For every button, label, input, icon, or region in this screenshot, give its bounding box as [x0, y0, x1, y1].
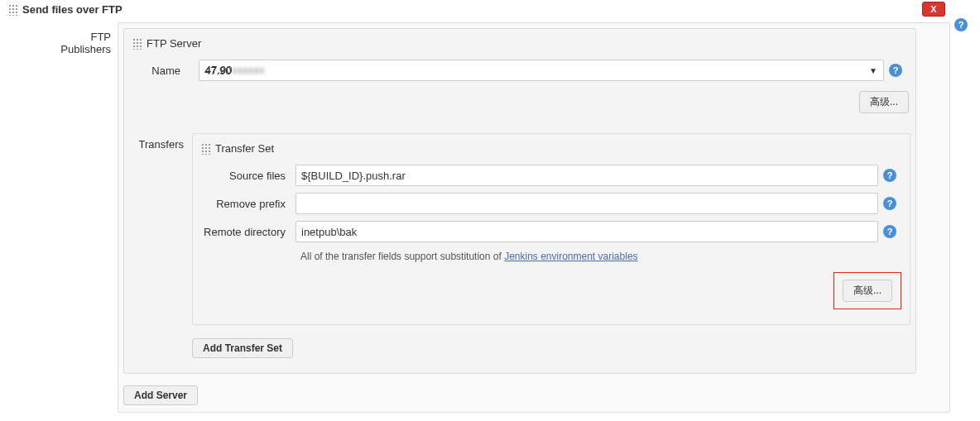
- advanced-highlight: 高级...: [833, 272, 901, 309]
- jenkins-env-vars-link[interactable]: Jenkins environment variables: [504, 251, 637, 262]
- ftp-publishers-panel: FTP Server Name 47.90 ▼ 47.90xxxxxx: [118, 22, 950, 413]
- add-server-button[interactable]: Add Server: [123, 385, 198, 405]
- transfer-set-box: Transfer Set Source files ? Remove pr: [192, 133, 910, 325]
- help-icon[interactable]: ?: [889, 64, 902, 77]
- source-files-input[interactable]: [295, 165, 878, 186]
- section-title: Send files over FTP: [22, 3, 122, 16]
- ftp-server-name-select[interactable]: 47.90: [199, 60, 884, 81]
- help-icon[interactable]: ?: [954, 18, 968, 31]
- remote-directory-input[interactable]: [295, 221, 878, 242]
- add-transfer-set-button[interactable]: Add Transfer Set: [192, 338, 293, 358]
- substitution-note: All of the transfer fields support subst…: [198, 246, 905, 266]
- remote-directory-label: Remote directory: [203, 226, 295, 238]
- transfer-set-title: Transfer Set: [215, 142, 274, 155]
- drag-handle-icon[interactable]: [132, 38, 142, 50]
- ftp-server-advanced-button[interactable]: 高级...: [859, 91, 909, 113]
- help-icon[interactable]: ?: [883, 197, 896, 210]
- ftp-server-box: FTP Server Name 47.90 ▼ 47.90xxxxxx: [123, 28, 916, 374]
- ftp-server-title: FTP Server: [147, 37, 201, 50]
- drag-handle-icon[interactable]: [8, 4, 17, 16]
- ftp-publishers-label: FTP Publishers: [40, 22, 118, 55]
- section-header: Send files over FTP: [0, 0, 980, 22]
- transfer-set-advanced-button[interactable]: 高级...: [843, 280, 892, 302]
- remove-prefix-input[interactable]: [295, 193, 878, 214]
- source-files-label: Source files: [203, 170, 295, 182]
- name-label: Name: [134, 65, 199, 77]
- help-icon[interactable]: ?: [883, 169, 896, 182]
- help-icon[interactable]: ?: [883, 225, 896, 238]
- remove-prefix-label: Remove prefix: [203, 198, 295, 210]
- close-button[interactable]: X: [922, 2, 945, 17]
- drag-handle-icon[interactable]: [201, 143, 210, 155]
- transfers-label: Transfers: [129, 133, 192, 151]
